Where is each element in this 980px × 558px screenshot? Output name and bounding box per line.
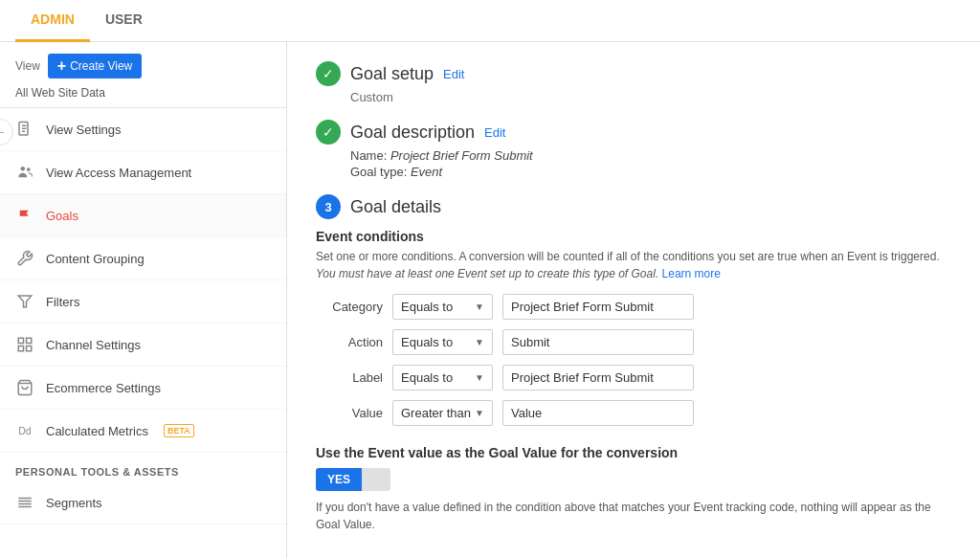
svg-marker-6 [18,296,32,307]
goal-description-edit-link[interactable]: Edit [484,125,505,140]
sidebar-item-ecommerce-settings[interactable]: Ecommerce Settings [0,367,286,410]
document-icon [15,120,34,139]
goal-setup-subtitle: Custom [350,90,951,104]
top-navigation: ADMIN USER [0,0,980,42]
plus-icon: + [57,58,66,74]
use-event-section: Use the Event value as the Goal Value fo… [316,445,951,533]
goal-description-section: ✓ Goal description Edit Name: Project Br… [316,120,951,179]
event-conditions-italic: You must have at least one Event set up … [316,267,658,280]
svg-text:Dd: Dd [18,425,32,436]
event-conditions-section: Event conditions Set one or more conditi… [316,229,951,533]
grid-icon [15,335,34,354]
sidebar: View + Create View All Web Site Data ← V… [0,42,287,558]
action-dropdown-value: Equals to [401,335,453,349]
condition-row-label: Label Equals to ▼ [316,365,951,391]
label-input[interactable] [502,365,694,391]
goal-setup-header: ✓ Goal setup Edit [316,61,951,86]
wrench-icon [15,249,34,268]
create-view-button[interactable]: + Create View [48,54,143,78]
svg-rect-8 [27,338,32,343]
category-dropdown[interactable]: Equals to ▼ [392,294,493,320]
sidebar-item-content-grouping[interactable]: Content Grouping [0,237,286,280]
sidebar-item-label: View Access Management [46,166,191,180]
use-event-desc: If you don't have a value defined in the… [316,499,951,533]
sidebar-item-label: Channel Settings [46,338,141,352]
goal-type-value: Event [411,165,442,179]
condition-row-category: Category Equals to ▼ [316,294,951,320]
create-view-label: Create View [70,59,132,73]
value-input[interactable] [502,400,694,426]
sidebar-item-label: Filters [46,295,79,309]
name-label: Name: [350,148,387,163]
segments-icon [15,493,34,512]
value-dropdown[interactable]: Greater than ▼ [392,400,493,426]
use-event-title: Use the Event value as the Goal Value fo… [316,445,951,460]
sidebar-item-view-access-management[interactable]: View Access Management [0,151,286,194]
toggle-no-button[interactable] [362,468,390,491]
sidebar-item-label: Content Grouping [46,252,145,266]
value-label: Value [316,406,383,420]
tab-user[interactable]: USER [90,0,158,42]
condition-row-value: Value Greater than ▼ [316,400,951,426]
sidebar-item-view-settings[interactable]: View Settings [0,108,286,151]
filter-icon [15,292,34,311]
beta-badge: BETA [164,424,194,437]
label-label: Label [316,370,383,385]
goal-setup-edit-link[interactable]: Edit [443,67,464,81]
sidebar-item-label: Segments [46,496,102,510]
flag-icon [15,206,34,225]
goal-details-header: 3 Goal details [316,194,951,219]
svg-point-4 [21,167,26,171]
sidebar-item-channel-settings[interactable]: Channel Settings [0,324,286,367]
svg-rect-7 [18,338,23,343]
action-input[interactable] [502,329,694,355]
category-label: Category [316,300,383,314]
sidebar-item-label: Calculated Metrics [46,424,148,438]
tab-admin[interactable]: ADMIN [15,0,90,42]
personal-tools-header: PERSONAL TOOLS & ASSETS [0,453,286,481]
name-value: Project Brief Form Submit [390,148,533,163]
sidebar-item-calculated-metrics[interactable]: Dd Calculated Metrics BETA [0,410,286,453]
svg-rect-9 [18,346,23,351]
category-input[interactable] [502,294,694,320]
label-dropdown-value: Equals to [401,370,453,385]
sidebar-item-label: Goals [46,209,78,223]
people-icon [15,163,34,182]
step-number: 3 [316,194,341,219]
action-label: Action [316,335,383,349]
svg-rect-10 [27,346,32,351]
goal-description-name: Name: Project Brief Form Submit [350,148,951,163]
event-conditions-desc: Set one or more conditions. A conversion… [316,248,951,282]
goal-details-section: 3 Goal details Event conditions Set one … [316,194,951,533]
goal-type-label: Goal type: [350,165,407,179]
svg-point-5 [27,167,31,171]
cart-icon [15,378,34,397]
metrics-icon: Dd [15,421,34,440]
sidebar-item-label: Ecommerce Settings [46,381,161,395]
action-dropdown[interactable]: Equals to ▼ [392,329,493,355]
conditions-table: Category Equals to ▼ Action Equals to ▼ [316,294,951,426]
label-dropdown[interactable]: Equals to ▼ [392,365,493,391]
sidebar-item-goals[interactable]: Goals [0,194,286,237]
chevron-down-icon: ▼ [475,408,484,418]
goal-description-check-icon: ✓ [316,120,341,145]
goal-setup-section: ✓ Goal setup Edit Custom [316,61,951,104]
goal-setup-title: Goal setup [350,64,434,84]
event-conditions-desc-text: Set one or more conditions. A conversion… [316,250,940,263]
chevron-down-icon: ▼ [475,337,484,347]
chevron-down-icon: ▼ [475,372,484,383]
goal-setup-check-icon: ✓ [316,61,341,86]
goal-details-title: Goal details [350,197,441,217]
toggle-yes-button[interactable]: YES [316,468,362,491]
learn-more-link[interactable]: Learn more [662,267,721,280]
goal-description-header: ✓ Goal description Edit [316,120,951,145]
value-dropdown-value: Greater than [401,406,471,420]
toggle-row: YES [316,468,951,491]
sidebar-item-segments[interactable]: Segments [0,481,286,525]
sidebar-view-section: View + Create View [0,42,286,86]
sidebar-item-filters[interactable]: Filters [0,280,286,324]
view-label: View [15,59,40,73]
goal-description-title: Goal description [350,123,475,143]
event-conditions-title: Event conditions [316,229,951,244]
goal-description-type: Goal type: Event [350,165,951,179]
